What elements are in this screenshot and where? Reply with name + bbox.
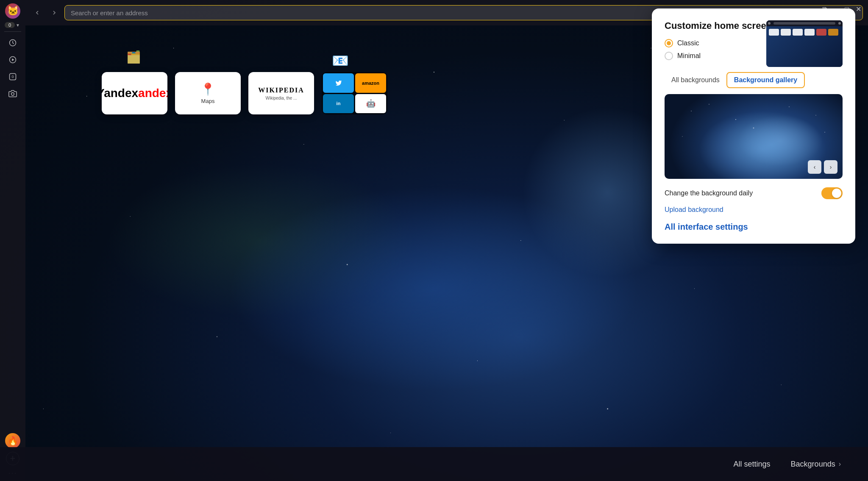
preview-tile-4 [804, 29, 815, 36]
preview-tile-2 [781, 29, 791, 36]
email-shortcut[interactable]: 📧 [330, 50, 351, 71]
all-settings-item[interactable]: All settings [723, 456, 781, 472]
sidebar: 🐱 0 ▼ 0 🔥 + ··· [0, 0, 25, 481]
tab-badge-wrapper[interactable]: 0 ▼ [5, 22, 21, 28]
gallery-prev-button[interactable]: ‹ [808, 160, 821, 174]
preview-thumbnail [766, 20, 843, 67]
bottom-bar: All settings Backgrounds › [0, 447, 868, 481]
customize-panel: Customize home screen Classic Minimal [652, 8, 855, 244]
close-icon[interactable]: ✕ [856, 5, 861, 13]
preview-inner [766, 20, 843, 67]
upload-background-link[interactable]: Upload background [665, 206, 843, 214]
svg-marker-2 [12, 58, 14, 61]
radio-classic-button[interactable] [665, 39, 673, 47]
toggle-label: Change the background daily [665, 189, 753, 197]
dial-maps[interactable]: 📍 Maps [175, 72, 241, 114]
preview-dot-1 [768, 22, 771, 25]
tab-background-gallery[interactable]: Background gallery [726, 72, 805, 88]
toggle-switch[interactable] [821, 187, 843, 199]
gallery-nav: ‹ › [808, 160, 837, 174]
back-button[interactable] [31, 6, 44, 19]
yandex-logo: Yandexandex [102, 86, 167, 100]
play-icon[interactable] [5, 52, 20, 67]
amazon-tile[interactable]: amazon [355, 73, 386, 93]
dial-social-grid[interactable]: amazon in 🤖 [322, 72, 387, 114]
twitter-tile[interactable] [323, 73, 354, 93]
preview-tile-6 [828, 29, 838, 36]
speed-dial: Yandexandex 📍 Maps WIKIPEDIA Wikipedia, … [102, 72, 387, 114]
toggle-knob [832, 189, 841, 198]
wikipedia-title: WIKIPEDIA [258, 86, 304, 94]
preview-tile-3 [793, 29, 803, 36]
gallery-next-button[interactable]: › [824, 160, 837, 174]
tab-count-badge[interactable]: 0 [5, 22, 15, 28]
zero-badge-icon[interactable]: 0 [5, 69, 20, 84]
divider [4, 31, 21, 32]
all-settings-label: All settings [734, 460, 771, 469]
wikipedia-subtitle: Wikipedia, the ... [266, 96, 297, 100]
gallery-image: ‹ › [665, 94, 843, 179]
radio-minimal-button[interactable] [665, 52, 673, 60]
minimize-icon[interactable]: ⎯ [834, 6, 838, 13]
tabs-row: All backgrounds Background gallery [665, 72, 843, 88]
radio-minimal-label: Minimal [677, 52, 701, 60]
maximize-icon[interactable]: □ [845, 6, 849, 13]
preview-tile-5 [816, 29, 826, 36]
avatar[interactable]: 🐱 [5, 3, 20, 19]
preview-topbar [766, 20, 843, 26]
copy-window-icon[interactable]: ⧉ [822, 6, 827, 13]
history-icon[interactable] [5, 35, 20, 50]
dial-wikipedia[interactable]: WIKIPEDIA Wikipedia, the ... [248, 72, 314, 114]
backgrounds-label: Backgrounds [791, 460, 835, 469]
tab-all-backgrounds[interactable]: All backgrounds [665, 72, 726, 88]
preview-tile-1 [769, 29, 779, 36]
maps-label: Maps [201, 98, 215, 104]
backgrounds-chevron-icon: › [839, 460, 841, 468]
radio-classic-label: Classic [677, 39, 699, 47]
radio-classic-fill [667, 41, 671, 45]
folder-icon[interactable]: 🗂️ [126, 50, 141, 64]
all-interface-settings-link[interactable]: All interface settings [665, 222, 748, 231]
preview-content [766, 26, 843, 38]
camera-icon[interactable] [5, 86, 20, 101]
maps-pin-icon: 📍 [200, 82, 215, 96]
linkedin-tile[interactable]: in [323, 94, 354, 114]
preview-searchbar [773, 22, 835, 25]
svg-point-5 [11, 93, 14, 96]
toggle-row: Change the background daily [665, 187, 843, 199]
window-controls: ⧉ ⎯ □ ✕ [822, 5, 861, 13]
svg-text:0: 0 [11, 75, 14, 79]
reddit-tile[interactable]: 🤖 [355, 94, 386, 114]
forward-button[interactable] [47, 6, 61, 19]
panel-top-section: Classic Minimal [665, 39, 843, 69]
preview-dot-2 [838, 22, 841, 25]
dial-yandex[interactable]: Yandexandex [102, 72, 167, 114]
tab-chevron-icon[interactable]: ▼ [15, 22, 21, 28]
backgrounds-item[interactable]: Backgrounds › [781, 456, 851, 472]
fire-icon[interactable]: 🔥 [5, 433, 20, 448]
